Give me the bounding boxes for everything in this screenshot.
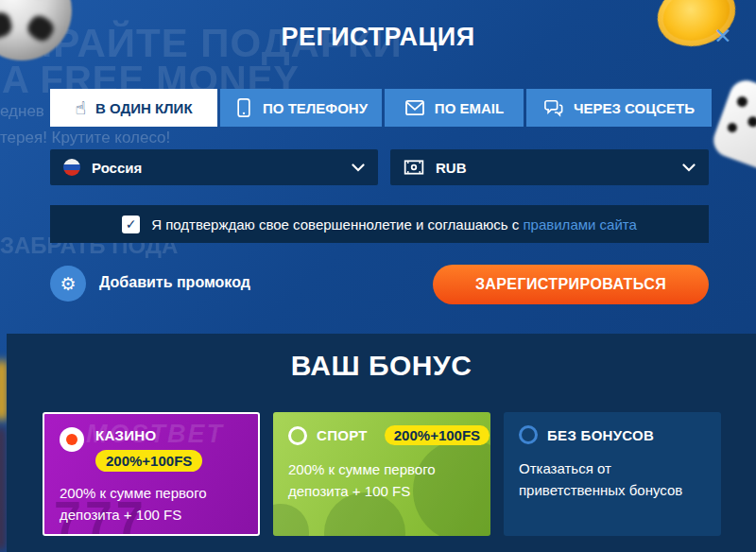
background-text-fragment: терея! Крутите колесо!: [0, 129, 170, 147]
bonus-cards: MOSTBET 777 КАЗИНО 200%+100FS 200% к сум…: [43, 412, 721, 536]
radio-unselected-icon[interactable]: [288, 426, 307, 445]
bonus-card-description: 200% к сумме первого депозита + 100 FS: [288, 459, 475, 502]
currency-select-value: RUB: [436, 160, 671, 176]
tab-label: ЧЕРЕЗ СОЦСЕТЬ: [574, 100, 695, 116]
agreement-text: Я подтверждаю свое совершеннолетие и сог…: [151, 216, 637, 233]
agreement-bar: ✓ Я подтверждаю свое совершеннолетие и с…: [50, 205, 709, 243]
close-icon[interactable]: ✕: [711, 24, 735, 48]
currency-select[interactable]: RUB: [390, 149, 709, 185]
click-hand-icon: ☝: [75, 99, 86, 117]
bonus-card-title: КАЗИНО: [95, 427, 156, 443]
registration-tabs: ☝ В ОДИН КЛИК ПО ТЕЛЕФОНУ ПО EMAIL ЧЕРЕЗ: [50, 89, 712, 127]
envelope-icon: [404, 99, 425, 116]
agreement-text-main: Я подтверждаю свое совершеннолетие и сог…: [151, 216, 519, 233]
bonus-card-sport[interactable]: СПОРТ 200%+100FS 200% к сумме первого де…: [273, 412, 490, 536]
bonus-card-description: Отказаться от приветственных бонусов: [519, 458, 706, 501]
bonus-card-no-bonus[interactable]: БЕЗ БОНУСОВ Отказаться от приветственных…: [504, 412, 721, 536]
chat-bubbles-icon: [543, 98, 564, 117]
gear-icon: ⚙: [60, 275, 76, 293]
tab-by-phone[interactable]: ПО ТЕЛЕФОНУ: [220, 89, 382, 127]
banknote-icon: [404, 160, 424, 175]
bonus-section-title: ВАШ БОНУС: [7, 350, 756, 382]
tab-label: В ОДИН КЛИК: [95, 100, 193, 116]
dice-decoration: [709, 76, 756, 178]
agreement-checkbox[interactable]: ✓: [122, 216, 140, 233]
tab-via-social[interactable]: ЧЕРЕЗ СОЦСЕТЬ: [526, 89, 712, 127]
registration-page: { "background": { "headline_ru": "ИРАЙТЕ…: [0, 0, 756, 552]
tab-label: ПО ТЕЛЕФОНУ: [263, 100, 368, 116]
bonus-section: ВАШ БОНУС MOSTBET 777 КАЗИНО 200%+100FS …: [7, 334, 756, 552]
radio-selected-icon[interactable]: [60, 427, 84, 452]
tab-by-email[interactable]: ПО EMAIL: [385, 89, 524, 127]
ball-decoration: [273, 504, 309, 536]
site-rules-link[interactable]: правилами сайта: [523, 216, 636, 233]
add-promocode-label[interactable]: Добавить промокод: [99, 274, 250, 291]
bonus-card-title: БЕЗ БОНУСОВ: [547, 427, 654, 443]
bonus-card-description: 200% к сумме первого депозита + 100 FS: [60, 483, 243, 526]
add-promocode-button[interactable]: ⚙: [50, 266, 86, 302]
country-select[interactable]: Россия: [50, 149, 378, 185]
radio-unselected-icon[interactable]: [519, 425, 538, 444]
tab-label: ПО EMAIL: [435, 100, 504, 116]
background-text-fragment: еднев: [0, 102, 44, 121]
phone-icon: [234, 97, 253, 118]
bonus-badge: 200%+100FS: [95, 450, 202, 472]
country-select-value: Россия: [92, 160, 340, 176]
bonus-card-title: СПОРТ: [317, 427, 368, 443]
bonus-badge: 200%+100FS: [385, 425, 490, 445]
bonus-card-casino[interactable]: MOSTBET 777 КАЗИНО 200%+100FS 200% к сум…: [43, 412, 260, 536]
chevron-down-icon: [682, 164, 696, 172]
russia-flag-icon: [63, 159, 80, 176]
tab-one-click[interactable]: ☝ В ОДИН КЛИК: [50, 89, 217, 127]
background-blob: [0, 427, 6, 550]
chevron-down-icon: [352, 164, 365, 172]
register-button[interactable]: ЗАРЕГИСТРИРОВАТЬСЯ: [433, 265, 709, 304]
page-title: РЕГИСТРАЦИЯ: [0, 23, 756, 52]
